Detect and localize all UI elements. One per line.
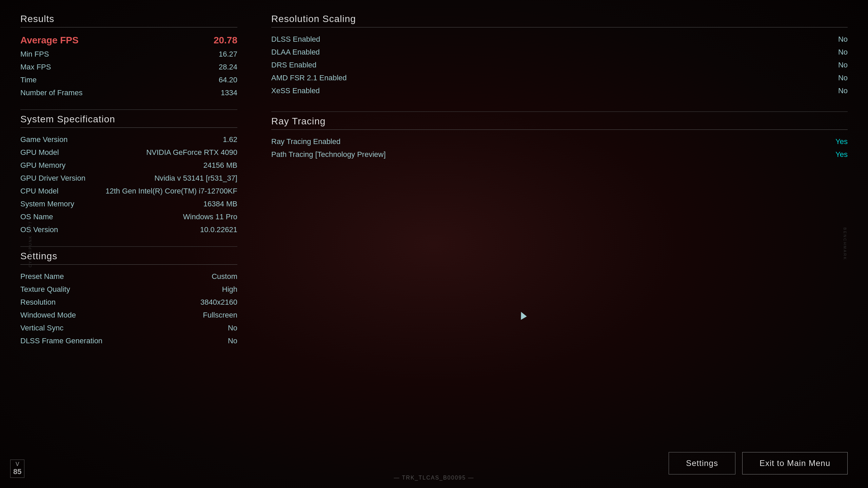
cpu-model-value: 12th Gen Intel(R) Core(TM) i7-12700KF <box>105 187 237 196</box>
system-spec-section: System Specification Game Version 1.62 G… <box>20 114 237 236</box>
preset-label: Preset Name <box>20 272 64 281</box>
settings-header: Settings <box>20 251 237 265</box>
gpu-memory-value: 24156 MB <box>203 161 237 170</box>
os-version-value: 10.0.22621 <box>200 225 237 234</box>
sys-memory-label: System Memory <box>20 200 74 208</box>
gpu-model-label: GPU Model <box>20 148 59 157</box>
version-v: V <box>16 461 19 467</box>
ray-tracing-enabled-value: Yes <box>835 137 848 146</box>
side-text-left: CYBERPUNK 2077 <box>28 221 32 267</box>
game-version-row: Game Version 1.62 <box>20 133 237 146</box>
dlss-framegen-label: DLSS Frame Generation <box>20 337 102 345</box>
results-header: Results <box>20 14 237 27</box>
ray-tracing-header: Ray Tracing <box>271 116 848 130</box>
separator-3 <box>271 111 848 112</box>
frames-label: Number of Frames <box>20 88 82 97</box>
average-fps-label: Average FPS <box>20 35 79 46</box>
texture-quality-label: Texture Quality <box>20 285 70 294</box>
game-version-label: Game Version <box>20 135 67 144</box>
min-fps-row: Min FPS 16.27 <box>20 48 237 61</box>
bottom-track: — TRK_TLCAS_B00095 — <box>394 475 474 481</box>
os-name-row: OS Name Windows 11 Pro <box>20 210 237 223</box>
dlss-enabled-label: DLSS Enabled <box>271 35 320 44</box>
resolution-row: Resolution 3840x2160 <box>20 296 237 309</box>
separator-1 <box>20 109 237 110</box>
frames-row: Number of Frames 1334 <box>20 86 237 99</box>
system-spec-header: System Specification <box>20 114 237 128</box>
resolution-label: Resolution <box>20 298 56 307</box>
os-name-label: OS Name <box>20 212 53 221</box>
sys-memory-value: 16384 MB <box>203 200 237 208</box>
dlss-framegen-value: No <box>228 337 237 345</box>
game-version-value: 1.62 <box>223 135 237 144</box>
average-fps-row: Average FPS 20.78 <box>20 33 237 48</box>
cpu-model-label: CPU Model <box>20 187 58 196</box>
os-version-label: OS Version <box>20 225 58 234</box>
resolution-scaling-section: Resolution Scaling DLSS Enabled No DLAA … <box>271 14 848 97</box>
bottom-bar: — TRK_TLCAS_B00095 — <box>0 468 868 488</box>
sys-memory-row: System Memory 16384 MB <box>20 198 237 210</box>
right-content: Resolution Scaling DLSS Enabled No DLAA … <box>271 14 848 474</box>
side-text-right: BENCHMARK <box>843 227 847 260</box>
preset-value: Custom <box>212 272 237 281</box>
settings-section: Settings Preset Name Custom Texture Qual… <box>20 251 237 347</box>
right-panel: Resolution Scaling DLSS Enabled No DLAA … <box>251 14 848 474</box>
dlaa-enabled-row: DLAA Enabled No <box>271 46 848 59</box>
resolution-scaling-header: Resolution Scaling <box>271 14 848 27</box>
max-fps-label: Max FPS <box>20 63 51 72</box>
dlaa-enabled-label: DLAA Enabled <box>271 48 320 57</box>
average-fps-value: 20.78 <box>214 35 237 46</box>
windowed-mode-value: Fullscreen <box>203 311 237 320</box>
min-fps-label: Min FPS <box>20 50 49 59</box>
results-section: Results Average FPS 20.78 Min FPS 16.27 … <box>20 14 237 99</box>
os-version-row: OS Version 10.0.22621 <box>20 223 237 236</box>
resolution-value: 3840x2160 <box>200 298 237 307</box>
xess-enabled-row: XeSS Enabled No <box>271 84 848 97</box>
drs-enabled-row: DRS Enabled No <box>271 59 848 72</box>
time-value: 64.20 <box>219 76 237 84</box>
gpu-driver-label: GPU Driver Version <box>20 174 85 183</box>
amd-fsr-enabled-value: No <box>838 74 848 82</box>
middle-area <box>271 171 848 439</box>
xess-enabled-value: No <box>838 86 848 95</box>
drs-enabled-value: No <box>838 61 848 69</box>
vsync-row: Vertical Sync No <box>20 322 237 334</box>
amd-fsr-enabled-row: AMD FSR 2.1 Enabled No <box>271 72 848 84</box>
max-fps-value: 28.24 <box>219 63 237 72</box>
left-panel: Results Average FPS 20.78 Min FPS 16.27 … <box>20 14 251 474</box>
cpu-model-row: CPU Model 12th Gen Intel(R) Core(TM) i7-… <box>20 185 237 198</box>
dlaa-enabled-value: No <box>838 48 848 57</box>
windowed-mode-row: Windowed Mode Fullscreen <box>20 309 237 322</box>
ray-tracing-section: Ray Tracing Ray Tracing Enabled Yes Path… <box>271 116 848 161</box>
os-name-value: Windows 11 Pro <box>183 212 237 221</box>
vsync-value: No <box>228 324 237 332</box>
path-tracing-label: Path Tracing [Technology Preview] <box>271 150 386 159</box>
min-fps-value: 16.27 <box>219 50 237 59</box>
ray-tracing-enabled-row: Ray Tracing Enabled Yes <box>271 135 848 148</box>
gpu-driver-value: Nvidia v 53141 [r531_37] <box>154 174 237 183</box>
dlss-framegen-row: DLSS Frame Generation No <box>20 334 237 347</box>
dlss-enabled-row: DLSS Enabled No <box>271 33 848 46</box>
gpu-model-row: GPU Model NVIDIA GeForce RTX 4090 <box>20 146 237 159</box>
path-tracing-value: Yes <box>835 150 848 159</box>
dlss-enabled-value: No <box>838 35 848 44</box>
gpu-model-value: NVIDIA GeForce RTX 4090 <box>146 148 237 157</box>
separator-2 <box>20 246 237 247</box>
texture-quality-value: High <box>222 285 237 294</box>
texture-quality-row: Texture Quality High <box>20 283 237 296</box>
amd-fsr-enabled-label: AMD FSR 2.1 Enabled <box>271 74 347 82</box>
main-container: Results Average FPS 20.78 Min FPS 16.27 … <box>0 0 868 488</box>
path-tracing-row: Path Tracing [Technology Preview] Yes <box>271 148 848 161</box>
gpu-memory-label: GPU Memory <box>20 161 65 170</box>
ray-tracing-enabled-label: Ray Tracing Enabled <box>271 137 340 146</box>
xess-enabled-label: XeSS Enabled <box>271 86 320 95</box>
vsync-label: Vertical Sync <box>20 324 63 332</box>
max-fps-row: Max FPS 28.24 <box>20 61 237 74</box>
frames-value: 1334 <box>221 88 237 97</box>
time-label: Time <box>20 76 37 84</box>
time-row: Time 64.20 <box>20 74 237 86</box>
windowed-mode-label: Windowed Mode <box>20 311 76 320</box>
gpu-driver-row: GPU Driver Version Nvidia v 53141 [r531_… <box>20 172 237 185</box>
gpu-memory-row: GPU Memory 24156 MB <box>20 159 237 172</box>
drs-enabled-label: DRS Enabled <box>271 61 316 69</box>
